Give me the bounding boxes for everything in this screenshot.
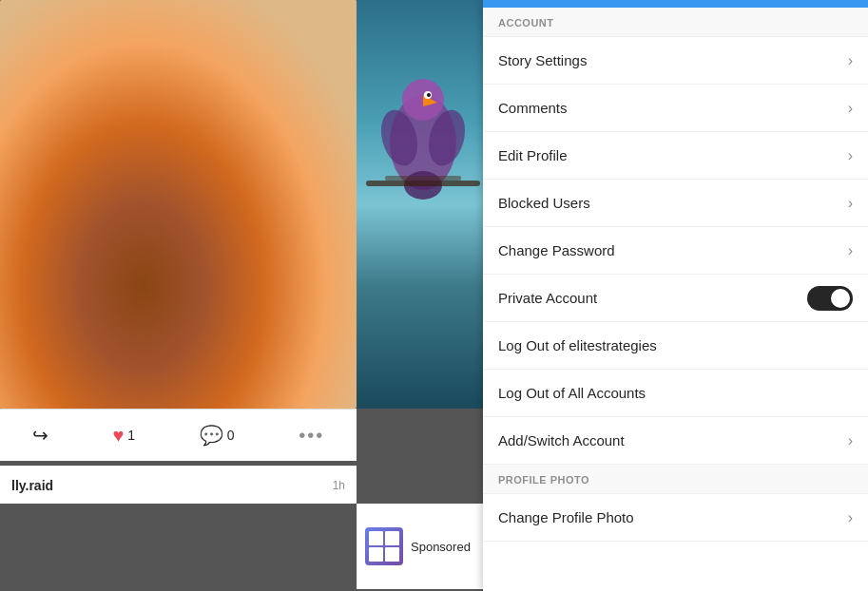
menu-item-change-profile-photo[interactable]: Change Profile Photo › (483, 494, 868, 542)
change-profile-photo-label: Change Profile Photo (498, 509, 634, 525)
menu-item-comments[interactable]: Comments › (483, 85, 868, 132)
svg-rect-9 (385, 176, 461, 181)
bird-illustration (366, 29, 480, 219)
chevron-right-icon: › (848, 52, 853, 69)
menu-item-change-password[interactable]: Change Password › (483, 227, 868, 275)
comments-area: 💬 0 (200, 424, 235, 447)
menu-item-logout-all[interactable]: Log Out of All Accounts (483, 370, 868, 417)
menu-item-logout-elite[interactable]: Log Out of elitestrategies (483, 322, 868, 370)
chevron-right-icon: › (848, 100, 853, 117)
more-icon[interactable]: ••• (299, 425, 324, 447)
post-time: 1h (333, 479, 345, 492)
heart-icon[interactable]: ♥ (112, 425, 124, 447)
menu-item-blocked-users[interactable]: Blocked Users › (483, 180, 868, 227)
svg-point-4 (427, 93, 431, 97)
animal-photo (0, 0, 357, 409)
likes-area: ♥ 1 (112, 425, 135, 447)
story-settings-label: Story Settings (498, 52, 587, 68)
profile-photo-section-header: PROFILE PHOTO (483, 465, 868, 494)
chevron-right-icon: › (848, 509, 853, 526)
share-icon[interactable]: ↪ (32, 424, 48, 447)
private-account-label: Private Account (498, 290, 597, 306)
sponsored-avatar (365, 527, 403, 565)
account-section-header: ACCOUNT (483, 8, 868, 37)
add-switch-label: Add/Switch Account (498, 432, 625, 448)
logout-elite-label: Log Out of elitestrategies (498, 337, 657, 353)
avatar-quad-3 (369, 547, 383, 562)
likes-count: 1 (127, 428, 135, 443)
svg-rect-8 (366, 181, 480, 186)
comments-label: Comments (498, 100, 568, 116)
menu-item-add-switch[interactable]: Add/Switch Account › (483, 417, 868, 465)
toggle-knob (831, 289, 850, 308)
edit-profile-label: Edit Profile (498, 147, 568, 163)
sponsored-label: Sponsored (411, 540, 471, 554)
chevron-right-icon: › (848, 147, 853, 164)
menu-item-private-account[interactable]: Private Account (483, 275, 868, 322)
private-account-toggle[interactable] (807, 286, 853, 311)
blocked-users-label: Blocked Users (498, 195, 590, 211)
chevron-right-icon: › (848, 432, 853, 449)
post-image (0, 0, 357, 409)
avatar-quad-4 (385, 547, 399, 562)
change-password-label: Change Password (498, 242, 615, 258)
top-accent-bar (483, 0, 868, 8)
chevron-right-icon: › (848, 242, 853, 259)
username-label[interactable]: lly.raid (11, 478, 53, 493)
chevron-right-icon: › (848, 195, 853, 212)
username-row: lly.raid 1h (0, 466, 357, 504)
avatar-quad-2 (385, 531, 399, 545)
menu-item-story-settings[interactable]: Story Settings › (483, 37, 868, 85)
comments-count: 0 (227, 428, 235, 443)
sponsored-row: Sponsored (357, 504, 485, 589)
comment-icon[interactable]: 💬 (200, 424, 223, 447)
background-right (357, 0, 485, 409)
post-action-bar: ↪ ♥ 1 💬 0 ••• (0, 409, 357, 461)
settings-menu: ACCOUNT Story Settings › Comments › Edit… (483, 0, 868, 591)
menu-item-edit-profile[interactable]: Edit Profile › (483, 132, 868, 180)
logout-all-label: Log Out of All Accounts (498, 385, 646, 401)
avatar-quad-1 (369, 531, 383, 545)
